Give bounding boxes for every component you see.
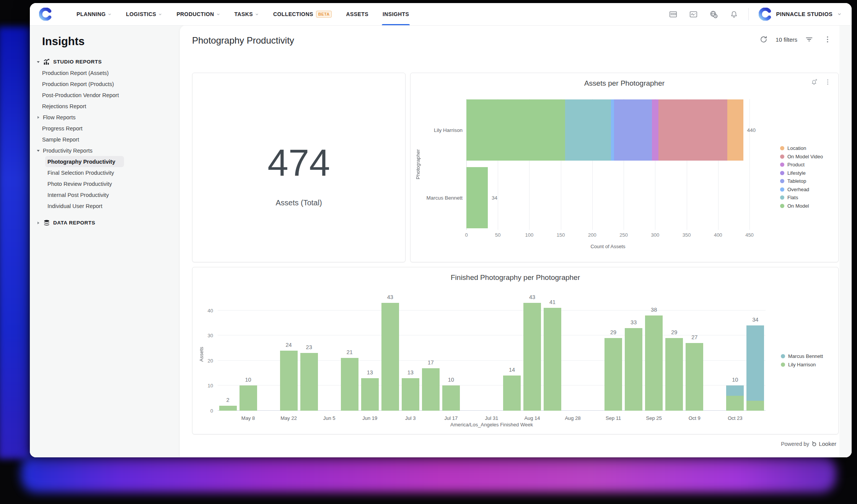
bar-segment-lily-harrison[interactable]: [665, 338, 683, 411]
legend-item-on-model-video[interactable]: On Model Video: [780, 153, 823, 161]
chevron-collapsed-icon[interactable]: [36, 221, 40, 225]
barcode-icon[interactable]: [669, 10, 678, 19]
bar-segment-lily-harrison[interactable]: [544, 308, 561, 411]
bar-segment-lily-harrison[interactable]: [240, 385, 257, 411]
alert-bell-plus-icon[interactable]: [811, 78, 818, 86]
bar-segment-lily-harrison[interactable]: [726, 396, 744, 411]
globe-clock-icon[interactable]: [709, 10, 718, 19]
sidebar-subitem-photo-review-productivity[interactable]: Photo Review Productivity: [30, 178, 180, 189]
nav-item-collections[interactable]: COLLECTIONSBETA: [273, 3, 332, 25]
sidebar-section-studio-reports[interactable]: STUDIO REPORTS: [30, 56, 180, 67]
stacked-bar[interactable]: [726, 385, 744, 411]
stacked-bar[interactable]: [746, 325, 764, 411]
bar-segment-product[interactable]: [652, 99, 658, 161]
legend-item-lily-harrison[interactable]: Lily Harrison: [781, 361, 823, 369]
legend-item-tabletop[interactable]: Tabletop: [780, 177, 823, 185]
sidebar-subitem-final-selection-productivity[interactable]: Final Selection Productivity: [30, 167, 180, 178]
legend-item-lifestyle[interactable]: Lifestyle: [780, 169, 823, 177]
sidebar-subitem-photography-productivity[interactable]: Photography Productivity: [30, 156, 180, 167]
bar-segment-lily-harrison[interactable]: [625, 328, 642, 411]
nav-item-assets[interactable]: ASSETS: [346, 3, 368, 25]
chevron-expanded-icon[interactable]: [36, 149, 40, 153]
bar-segment-on-model[interactable]: [466, 167, 488, 228]
sidebar-subitem-individual-user-report[interactable]: Individual User Report: [30, 200, 180, 211]
chevron-expanded-icon[interactable]: [36, 60, 40, 64]
bar-segment-lily-harrison[interactable]: [402, 378, 419, 411]
stacked-bar[interactable]: [442, 385, 460, 411]
bar-segment-lily-harrison[interactable]: [361, 378, 379, 411]
bar-segment-lily-harrison[interactable]: [381, 303, 399, 411]
more-options-icon[interactable]: [823, 35, 832, 44]
legend-item-on-model[interactable]: On Model: [780, 202, 823, 210]
bar-segment-lily-harrison[interactable]: [219, 406, 237, 411]
bar-segment-overhead[interactable]: [611, 99, 614, 161]
nav-item-tasks[interactable]: TASKS: [235, 3, 259, 25]
stacked-bar[interactable]: [240, 385, 257, 411]
stacked-bar[interactable]: [219, 406, 237, 411]
sidebar-item-productivity-reports[interactable]: Productivity Reports: [30, 145, 180, 156]
bar-segment-lily-harrison[interactable]: [422, 368, 440, 411]
bar-segment-location[interactable]: [727, 99, 743, 161]
bar-segment-lily-harrison[interactable]: [341, 358, 358, 411]
legend-item-product[interactable]: Product: [780, 161, 823, 169]
notifications-bell-icon[interactable]: [730, 10, 738, 19]
x-tick-label: 150: [557, 232, 565, 238]
stacked-bar[interactable]: [280, 351, 298, 411]
filters-count-label[interactable]: 10 filters: [776, 36, 797, 43]
nav-item-production[interactable]: PRODUCTION: [176, 3, 220, 25]
bar-segment-lily-harrison[interactable]: [442, 385, 460, 411]
chevron-collapsed-icon[interactable]: [36, 115, 40, 119]
account-menu[interactable]: PINNACLE STUDIOS: [759, 8, 842, 21]
bar-segment-lily-harrison[interactable]: [503, 376, 521, 411]
stacked-bar[interactable]: [686, 343, 703, 411]
sidebar-item-post-production-vendor-report[interactable]: Post-Production Vendor Report: [30, 89, 180, 101]
stacked-bar[interactable]: [402, 378, 419, 411]
sidebar-item-production-report-assets-[interactable]: Production Report (Assets): [30, 67, 180, 78]
stacked-bar[interactable]: [422, 368, 440, 411]
nav-item-planning[interactable]: PLANNING: [77, 3, 112, 25]
filter-icon[interactable]: [805, 35, 813, 44]
stacked-bar[interactable]: [604, 338, 622, 411]
stacked-bar[interactable]: [665, 338, 683, 411]
bar-segment-on-model[interactable]: [466, 99, 565, 161]
sidebar-section-data-reports[interactable]: DATA REPORTS: [30, 217, 180, 228]
sidebar-item-production-report-products-[interactable]: Production Report (Products): [30, 78, 180, 89]
stacked-bar[interactable]: [341, 358, 358, 411]
sidebar-item-sample-report[interactable]: Sample Report: [30, 134, 180, 145]
scrollbar-track[interactable]: [839, 25, 852, 457]
nav-item-insights[interactable]: INSIGHTS: [383, 3, 409, 25]
stacked-bar[interactable]: [544, 308, 561, 411]
stacked-bar[interactable]: [381, 303, 399, 411]
bar-segment-flats[interactable]: [565, 99, 611, 161]
nav-item-logistics[interactable]: LOGISTICS: [126, 3, 162, 25]
bar-segment-tabletop[interactable]: [614, 99, 652, 161]
legend-item-marcus-bennett[interactable]: Marcus Bennett: [781, 352, 823, 361]
stacked-bar[interactable]: [625, 328, 642, 411]
bar-segment-lily-harrison[interactable]: [300, 353, 318, 411]
sidebar-item-flow-reports[interactable]: Flow Reports: [30, 112, 180, 123]
bar-segment-lily-harrison[interactable]: [746, 401, 764, 411]
stacked-bar[interactable]: [523, 303, 541, 411]
stacked-bar[interactable]: [361, 378, 379, 411]
bar-segment-on-model-video[interactable]: [658, 99, 728, 161]
sidebar-item-rejections-report[interactable]: Rejections Report: [30, 101, 180, 112]
flow-scan-icon[interactable]: [689, 10, 698, 19]
app-logo-icon[interactable]: [39, 8, 52, 21]
stacked-bar[interactable]: [300, 353, 318, 411]
legend-item-location[interactable]: Location: [780, 144, 823, 153]
legend-item-flats[interactable]: Flats: [780, 193, 823, 202]
stacked-bar[interactable]: [503, 376, 521, 411]
bar-segment-lily-harrison[interactable]: [645, 315, 663, 411]
legend-item-overhead[interactable]: Overhead: [780, 185, 823, 194]
bar-segment-lily-harrison[interactable]: [280, 351, 298, 411]
bar-segment-lily-harrison[interactable]: [686, 343, 703, 411]
more-options-icon[interactable]: [824, 78, 831, 86]
refresh-icon[interactable]: [759, 35, 768, 44]
bar-segment-lily-harrison[interactable]: [604, 338, 622, 411]
stacked-bar[interactable]: [645, 315, 663, 411]
bar-segment-marcus-bennett[interactable]: [726, 385, 744, 395]
bar-segment-marcus-bennett[interactable]: [746, 325, 764, 401]
sidebar-item-progress-report[interactable]: Progress Report: [30, 123, 180, 134]
sidebar-subitem-internal-post-productivity[interactable]: Internal Post Productivity: [30, 189, 180, 200]
bar-segment-lily-harrison[interactable]: [523, 303, 541, 411]
